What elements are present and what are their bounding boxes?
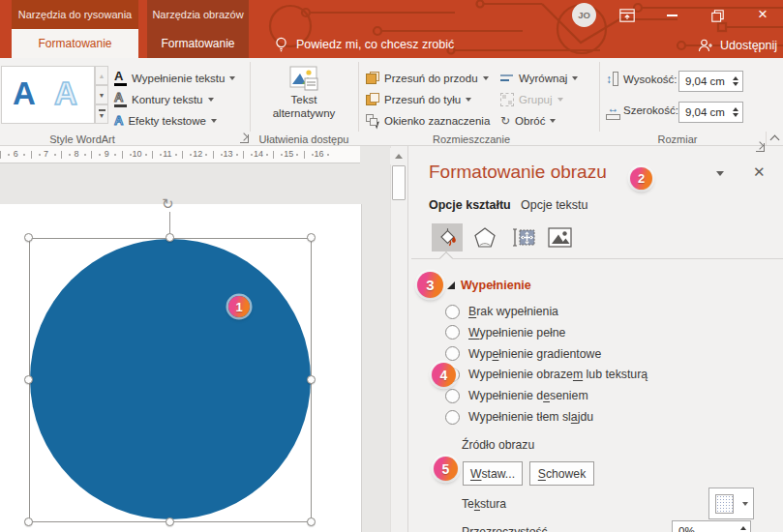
size-properties-tab-button[interactable] — [506, 223, 539, 251]
rotation-handle[interactable]: ↻ — [162, 196, 174, 211]
clipboard-button[interactable]: Schowek — [529, 461, 594, 486]
ribbon-display-options-button[interactable] — [617, 6, 637, 25]
ruler-number: 14 — [249, 149, 268, 159]
scrollbar-up-button[interactable] — [390, 148, 407, 164]
minimize-button[interactable] — [662, 6, 681, 25]
height-spinner[interactable]: 9,04 cm — [678, 71, 743, 92]
pane-close-icon[interactable]: ✕ — [753, 164, 766, 179]
radio-button-icon[interactable] — [445, 410, 460, 425]
text-effects-button[interactable]: A Efekty tekstowe — [114, 112, 217, 129]
resize-handle-top-right[interactable] — [307, 233, 316, 242]
fill-option-row[interactable]: Wypełnienie tłem slajdu — [445, 407, 593, 427]
pane-collapse-caret-icon[interactable] — [716, 171, 724, 176]
alt-text-button[interactable]: Tekst alternatywny — [257, 62, 350, 130]
wordart-dialog-launcher[interactable] — [240, 134, 249, 143]
ruler-number: 6 — [6, 149, 25, 159]
ribbon-display-options-icon — [619, 9, 635, 22]
wordart-scroll-up-button[interactable]: ▲ — [95, 66, 108, 85]
ruler-unit: 8 — [61, 146, 92, 163]
close-button[interactable]: × — [752, 4, 773, 25]
resize-handle-bottom-left[interactable] — [24, 517, 33, 526]
restore-button[interactable] — [708, 6, 727, 25]
size-dialog-launcher[interactable] — [756, 143, 765, 152]
radio-button-icon[interactable] — [445, 346, 460, 361]
height-value[interactable]: 9,04 cm — [679, 75, 733, 87]
resize-handle-middle-left[interactable] — [24, 375, 33, 384]
ruler-number: 13 — [219, 149, 238, 159]
dropdown-caret-icon — [483, 76, 489, 80]
transparency-label: Przezroczystość — [462, 525, 548, 532]
account-avatar[interactable]: JO — [572, 3, 596, 27]
text-fill-button[interactable]: A Wypełnienie tekstu — [114, 70, 235, 86]
insert-picture-button[interactable]: Wstaw... — [463, 461, 523, 486]
pane-divider — [411, 258, 783, 259]
fill-option-row[interactable]: Wypełnienie pełne — [445, 323, 565, 342]
section-expand-icon[interactable] — [447, 281, 455, 289]
transparency-value[interactable]: 0% — [673, 525, 740, 532]
tell-me-label: Powiedz mi, co chcesz zrobić — [296, 38, 454, 51]
resize-handle-bottom-right[interactable] — [307, 517, 316, 526]
selection-pane-label: Okienko zaznaczenia — [384, 115, 490, 127]
radio-button-icon[interactable] — [445, 389, 460, 403]
width-spinner[interactable]: 9,04 cm — [678, 102, 743, 123]
wordart-scroll-down-button[interactable]: ▼ — [95, 85, 108, 104]
wordart-more-button[interactable]: ▼ — [95, 104, 108, 124]
fill-line-tab-button[interactable] — [432, 223, 463, 251]
fill-option-label: Wypełnienie gradientowe — [468, 347, 601, 361]
resize-handle-top-left[interactable] — [24, 233, 33, 242]
rotate-button[interactable]: ↻ Obróć — [500, 112, 556, 129]
transparency-spinner[interactable]: 0% — [672, 520, 751, 532]
group-button: Grupuj — [500, 91, 563, 107]
text-fill-icon: A — [114, 70, 127, 86]
pane-tab-shape-options[interactable]: Opcje kształtu — [429, 198, 511, 212]
tab-format-drawing[interactable]: Formatowanie — [12, 29, 138, 58]
spinner-arrows[interactable] — [733, 107, 742, 117]
pane-tab-text-options[interactable]: Opcje tekstu — [521, 198, 587, 212]
ruler-unit: 14 — [243, 146, 274, 163]
ruler-number: 15 — [279, 149, 298, 159]
send-backward-button[interactable]: Przesuń do tyłu — [366, 91, 471, 107]
tab-format-picture[interactable]: Formatowanie — [147, 29, 249, 58]
vertical-scrollbar[interactable] — [390, 146, 407, 532]
share-button[interactable]: Udostępnij — [698, 37, 777, 54]
radio-button-icon[interactable] — [445, 305, 460, 319]
resize-handle-top-center[interactable] — [166, 233, 174, 242]
wordart-style-2[interactable]: A — [54, 77, 77, 109]
dropdown-caret-icon — [557, 98, 563, 102]
horizontal-ruler[interactable]: 6 7 8 9 10 11 — [0, 146, 360, 163]
fill-option-row[interactable]: Wypełnienie obrazem lub teksturą — [445, 365, 647, 384]
selection-pane-button[interactable]: Okienko zaznaczenia — [366, 112, 490, 129]
spinner-arrows[interactable] — [733, 76, 742, 86]
texture-dropdown-button[interactable] — [708, 488, 754, 519]
dropdown-caret-icon — [742, 502, 748, 506]
slide-circle-shape[interactable] — [30, 239, 311, 519]
ruler-unit: 10 — [122, 146, 153, 163]
ruler-number: 16 — [310, 149, 329, 159]
title-bar: Narzędzia do rysowania Formatowanie Narz… — [0, 0, 783, 58]
effects-tab-button[interactable] — [470, 223, 499, 251]
group-label-size: Rozmiar — [639, 133, 716, 145]
wordart-gallery[interactable]: A A — [1, 66, 95, 124]
fill-option-row[interactable]: Wypełnienie deseniem — [445, 386, 588, 405]
align-button[interactable]: Wyrównaj — [500, 70, 578, 86]
group-label: Grupuj — [519, 94, 553, 105]
wordart-style-1[interactable]: A — [13, 77, 36, 109]
fill-section-header[interactable]: Wypełnienie — [461, 279, 531, 292]
more-bar — [99, 109, 105, 111]
picture-tab-button[interactable] — [543, 223, 576, 251]
fill-option-row[interactable]: Wypełnienie gradientowe — [445, 344, 601, 364]
tell-me-box[interactable]: Powiedz mi, co chcesz zrobić — [275, 35, 454, 54]
callout-marker-3: 3 — [417, 272, 443, 298]
spinner-arrows[interactable] — [740, 526, 750, 532]
width-value[interactable]: 9,04 cm — [679, 106, 733, 118]
radio-button-icon[interactable] — [445, 325, 460, 340]
dropdown-caret-icon — [550, 119, 556, 123]
resize-handle-bottom-center[interactable] — [166, 517, 174, 526]
fill-option-row[interactable]: Brak wypełnienia — [445, 302, 558, 321]
bring-forward-button[interactable]: Przesuń do przodu — [366, 70, 489, 86]
paint-bucket-icon — [437, 227, 458, 248]
text-outline-button[interactable]: A Kontury tekstu — [114, 91, 214, 107]
resize-handle-middle-right[interactable] — [307, 375, 316, 384]
scrollbar-thumb[interactable] — [392, 165, 406, 200]
ruler-number: 8 — [67, 149, 86, 159]
